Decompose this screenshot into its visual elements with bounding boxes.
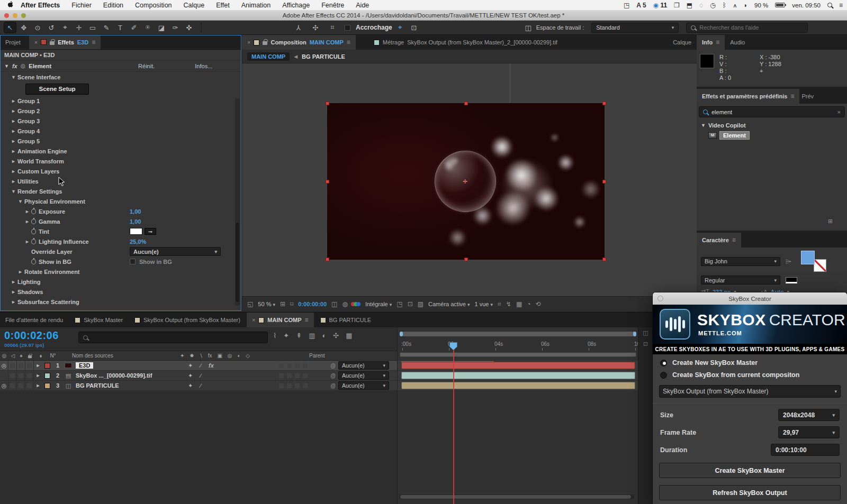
close-icon[interactable]: × xyxy=(252,317,255,323)
layer-bar-bg-particule[interactable] xyxy=(401,382,635,389)
pan-behind-tool-icon[interactable]: ✛ xyxy=(73,22,85,33)
fill-stroke-swatches[interactable] xyxy=(801,251,826,272)
layer-visibility-toggle[interactable]: ◎ xyxy=(0,381,8,390)
workspace-select[interactable]: Standard ▾ xyxy=(591,23,679,33)
pixel-aspect-icon[interactable]: ⌗ xyxy=(498,300,501,308)
clear-search-icon[interactable]: × xyxy=(837,109,841,115)
param-value[interactable]: 25,0% xyxy=(130,239,146,245)
snap-checkbox[interactable] xyxy=(345,25,350,31)
panel-menu-icon[interactable]: ≡ xyxy=(304,316,308,324)
fx-scrollbar-thumb[interactable] xyxy=(236,223,239,302)
tab-audio[interactable]: Audio xyxy=(725,35,750,50)
apple-menu-icon[interactable] xyxy=(7,1,13,10)
timeline-tab-bg-particule[interactable]: BG PARTICULE xyxy=(315,313,377,327)
snap-grid-icon[interactable]: ⊡ xyxy=(408,22,420,33)
quality-switch-icon[interactable]: ∕ xyxy=(200,372,201,379)
menu-animation[interactable]: Animation xyxy=(241,2,271,9)
collapse-switch-icon[interactable]: ✦ xyxy=(188,372,193,379)
stopwatch-icon[interactable] xyxy=(31,209,36,214)
layer-solo-toggle[interactable] xyxy=(17,361,25,370)
selection-handle[interactable] xyxy=(326,258,329,261)
fx-row-group-5[interactable]: ►Group 5 xyxy=(0,136,241,146)
preset-item-element[interactable]: M Element xyxy=(697,130,847,140)
puppet-pin-tool-icon[interactable]: ✜ xyxy=(183,22,195,33)
time-machine-icon[interactable]: ◷ xyxy=(710,2,715,9)
twirl-icon[interactable]: ► xyxy=(11,118,17,124)
fast-previews-icon[interactable]: ↯ xyxy=(506,300,511,308)
tab-composition-main-comp[interactable]: × Composition MAIN COMP ≡ xyxy=(242,35,356,50)
notification-center-icon[interactable]: ≡ xyxy=(839,2,843,9)
fx-row-rotate-environment[interactable]: ►Rotate Environment xyxy=(0,267,241,277)
selection-handle[interactable] xyxy=(602,180,606,184)
close-icon[interactable]: × xyxy=(247,39,250,45)
twirl-icon[interactable]: ► xyxy=(11,169,17,174)
override-layer-select[interactable]: Aucun(e)▾ xyxy=(130,247,221,256)
wifi-icon[interactable]: ⩚ xyxy=(733,2,737,9)
fx-row-show-in-bg[interactable]: Show in BGShow in BG xyxy=(0,256,241,267)
layer-lock-toggle[interactable] xyxy=(25,361,34,370)
timeline-navigator-bar[interactable] xyxy=(400,332,636,336)
fx-row-group-1[interactable]: ►Group 1 xyxy=(0,96,241,106)
mask-visibility-icon[interactable]: ⌑ xyxy=(290,300,293,308)
twirl-icon[interactable]: ▼ xyxy=(11,75,17,80)
lock-icon[interactable] xyxy=(263,41,267,45)
twirl-icon[interactable]: ► xyxy=(25,219,31,224)
tab-calque-cut[interactable]: Calque xyxy=(668,35,697,50)
fx-row-custom-layers[interactable]: ►Custom Layers xyxy=(0,166,241,176)
spotlight-icon[interactable] xyxy=(827,3,832,7)
fx-row-world-transform[interactable]: ►World Transform xyxy=(0,156,241,166)
timeline-hscrollbar-thumb[interactable] xyxy=(400,495,631,499)
twirl-icon[interactable]: ▼ xyxy=(18,199,24,204)
panel-menu-icon[interactable]: ≡ xyxy=(790,93,794,100)
playhead-line[interactable] xyxy=(453,343,454,504)
timeline-search-input[interactable] xyxy=(91,334,239,342)
volume-icon[interactable]: ◗ xyxy=(744,2,747,9)
twirl-icon[interactable]: ▼ xyxy=(11,189,17,194)
scene-setup-button[interactable]: Scene Setup xyxy=(25,84,89,95)
layer-visibility-toggle[interactable] xyxy=(0,371,8,380)
exposure-icon[interactable]: ⟲ xyxy=(536,300,541,308)
tint-color-swatch[interactable] xyxy=(130,228,142,235)
size-select[interactable]: 2048x2048▾ xyxy=(778,409,840,421)
creative-cloud-icon[interactable]: ◉ 11 xyxy=(653,2,668,9)
scene-setup-row[interactable]: Scene Setup xyxy=(0,82,241,96)
fx-row-shadows[interactable]: ►Shadows xyxy=(0,287,241,297)
layer-bar-e3d[interactable] xyxy=(401,362,635,369)
checkbox[interactable] xyxy=(130,259,136,264)
layer-lock-toggle[interactable] xyxy=(25,381,34,390)
fx-scrollbar[interactable] xyxy=(235,98,240,306)
layer-label-chip[interactable] xyxy=(44,363,50,369)
fx-switch-icon[interactable]: fx xyxy=(209,362,214,369)
twirl-icon[interactable]: ► xyxy=(25,239,31,244)
brush-tool-icon[interactable]: ✐ xyxy=(128,22,140,33)
fx-row-group-2[interactable]: ►Group 2 xyxy=(0,106,241,116)
collapse-switch-icon[interactable]: ✦ xyxy=(188,382,193,389)
fx-row-tint[interactable]: Tint⊸ xyxy=(0,226,241,236)
menu-fichier[interactable]: Fichier xyxy=(71,2,92,9)
layer-row[interactable]: ◎►3◫BG PARTICULE✦∕@Aucun(e)▾ xyxy=(0,381,397,391)
skybox-window-titlebar[interactable]: SkyBox Creator xyxy=(653,292,847,305)
tab-effets-e3d[interactable]: × Effets E3D ≡ xyxy=(29,35,101,49)
stopwatch-icon[interactable] xyxy=(31,219,36,224)
twirl-icon[interactable]: ► xyxy=(11,149,17,154)
presets-search[interactable]: × xyxy=(699,106,845,117)
presets-group-video-copilot[interactable]: ▼ Video Copilot xyxy=(697,120,847,130)
snapshot-icon[interactable]: ◫ xyxy=(331,300,337,308)
help-search[interactable] xyxy=(686,23,808,33)
pickwhip-icon[interactable]: @ xyxy=(328,373,338,379)
presets-search-input[interactable] xyxy=(711,109,817,115)
adobe-app-badge[interactable]: A 5 xyxy=(636,2,646,9)
graph-editor-icon[interactable]: ▦ xyxy=(346,332,352,340)
rotation-tool-icon[interactable]: ↺ xyxy=(46,22,57,33)
show-channels-icon[interactable] xyxy=(353,302,361,306)
selection-handle[interactable] xyxy=(464,258,468,261)
fx-row-exposure[interactable]: ►Exposure1,00 xyxy=(0,206,241,216)
comp-mini-flowchart-icon[interactable]: ⌇ xyxy=(273,332,276,340)
roto-brush-tool-icon[interactable]: ✑ xyxy=(169,22,181,33)
parent-select[interactable]: Aucun(e)▾ xyxy=(338,361,389,370)
layer-audio-toggle[interactable] xyxy=(8,381,17,390)
tab-info[interactable]: Info ≡ xyxy=(697,35,725,50)
fx-row-utilities[interactable]: ►Utilities xyxy=(0,176,241,186)
tab-projet[interactable]: Projet xyxy=(0,35,26,49)
bw-swatch[interactable] xyxy=(786,277,797,283)
